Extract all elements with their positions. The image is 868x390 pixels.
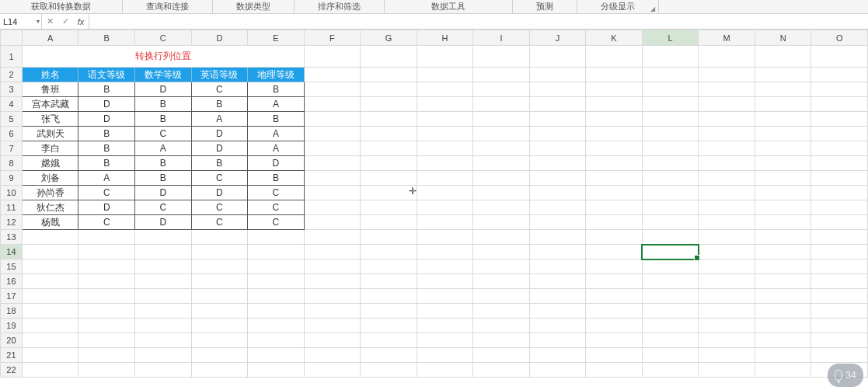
cell-N21[interactable] (755, 348, 811, 363)
cell-L8[interactable] (642, 156, 699, 171)
cell-I21[interactable] (473, 348, 529, 363)
cell-I19[interactable] (473, 319, 529, 333)
cell-L7[interactable] (642, 141, 699, 156)
cell-I12[interactable] (473, 215, 529, 230)
cell-H7[interactable] (417, 141, 473, 156)
cell-G10[interactable] (361, 186, 417, 200)
cell-N5[interactable] (755, 112, 811, 127)
cell-H18[interactable] (417, 304, 473, 319)
cell-J21[interactable] (529, 348, 586, 363)
cell-D22[interactable] (191, 363, 248, 378)
cell-L1[interactable] (642, 46, 699, 68)
select-all-corner[interactable] (1, 30, 23, 46)
cell-N18[interactable] (755, 304, 811, 319)
cell-M19[interactable] (699, 319, 755, 333)
table-row-grade[interactable]: B (78, 82, 135, 97)
cell-G14[interactable] (361, 245, 417, 259)
cell-K10[interactable] (586, 186, 643, 200)
cancel-formula-button[interactable]: ✕ (42, 16, 58, 26)
cell-N17[interactable] (755, 289, 811, 304)
cell-M14[interactable] (699, 245, 755, 259)
table-row-name[interactable]: 鲁班 (22, 82, 78, 97)
cell-I6[interactable] (473, 127, 529, 141)
cell-M2[interactable] (699, 68, 755, 82)
row-header-18[interactable]: 18 (1, 304, 23, 319)
cell-A13[interactable] (22, 230, 78, 245)
table-row-name[interactable]: 武则天 (22, 127, 78, 141)
cell-G9[interactable] (361, 171, 417, 186)
table-row-name[interactable]: 杨戬 (22, 215, 78, 230)
cell-L2[interactable] (642, 68, 699, 82)
cell-O18[interactable] (811, 304, 868, 319)
table-row-grade[interactable]: A (191, 112, 248, 127)
table-row-grade[interactable]: D (78, 112, 135, 127)
cell-L12[interactable] (642, 215, 699, 230)
cell-E20[interactable] (248, 333, 305, 348)
cell-A19[interactable] (22, 319, 78, 333)
cell-K15[interactable] (586, 259, 643, 274)
table-row-grade[interactable]: B (78, 141, 135, 156)
cell-E16[interactable] (248, 274, 305, 289)
cell-I5[interactable] (473, 112, 529, 127)
cell-C17[interactable] (135, 289, 192, 304)
cell-I22[interactable] (473, 363, 529, 378)
cell-J10[interactable] (529, 186, 586, 200)
ime-status-badge[interactable]: 34 (828, 364, 863, 378)
table-row-grade[interactable]: A (248, 97, 305, 112)
cell-M6[interactable] (699, 127, 755, 141)
cell-H20[interactable] (417, 333, 473, 348)
cell-C18[interactable] (135, 304, 192, 319)
cell-D13[interactable] (191, 230, 248, 245)
cell-C13[interactable] (135, 230, 192, 245)
cell-A16[interactable] (22, 274, 78, 289)
cell-I9[interactable] (473, 171, 529, 186)
cell-O15[interactable] (811, 259, 868, 274)
table-row-name[interactable]: 李白 (22, 141, 78, 156)
cell-O5[interactable] (811, 112, 868, 127)
cell-I17[interactable] (473, 289, 529, 304)
cell-A21[interactable] (22, 348, 78, 363)
cell-K8[interactable] (586, 156, 643, 171)
cell-G19[interactable] (361, 319, 417, 333)
cell-I11[interactable] (473, 200, 529, 215)
cell-O21[interactable] (811, 348, 868, 363)
cell-J2[interactable] (529, 68, 586, 82)
cell-N10[interactable] (755, 186, 811, 200)
cell-L3[interactable] (642, 82, 699, 97)
cell-F16[interactable] (304, 274, 361, 289)
cell-G8[interactable] (361, 156, 417, 171)
cell-M16[interactable] (699, 274, 755, 289)
row-header-21[interactable]: 21 (1, 348, 23, 363)
cell-A15[interactable] (22, 259, 78, 274)
column-header-L[interactable]: L (642, 30, 699, 46)
cell-L20[interactable] (642, 333, 699, 348)
cell-K7[interactable] (586, 141, 643, 156)
cell-C22[interactable] (135, 363, 192, 378)
cell-G11[interactable] (361, 200, 417, 215)
cell-N3[interactable] (755, 82, 811, 97)
row-header-4[interactable]: 4 (1, 97, 23, 112)
cell-L13[interactable] (642, 230, 699, 245)
cell-J17[interactable] (529, 289, 586, 304)
cell-F17[interactable] (304, 289, 361, 304)
cell-F11[interactable] (304, 200, 361, 215)
cell-L10[interactable] (642, 186, 699, 200)
cell-M1[interactable] (699, 46, 755, 68)
cell-J16[interactable] (529, 274, 586, 289)
cell-H22[interactable] (417, 363, 473, 378)
cell-A14[interactable] (22, 245, 78, 259)
cell-M22[interactable] (699, 363, 755, 378)
ribbon-group-get-transform[interactable]: 获取和转换数据 (0, 0, 123, 13)
cell-M21[interactable] (699, 348, 755, 363)
table-row-grade[interactable]: A (248, 141, 305, 156)
table-row-grade[interactable]: C (78, 186, 135, 200)
cell-O10[interactable] (811, 186, 868, 200)
table-row-grade[interactable]: B (191, 97, 248, 112)
cell-K2[interactable] (586, 68, 643, 82)
cell-G1[interactable] (361, 46, 417, 68)
cell-B17[interactable] (78, 289, 135, 304)
cell-K1[interactable] (586, 46, 643, 68)
cell-N13[interactable] (755, 230, 811, 245)
cell-B19[interactable] (78, 319, 135, 333)
cell-J5[interactable] (529, 112, 586, 127)
